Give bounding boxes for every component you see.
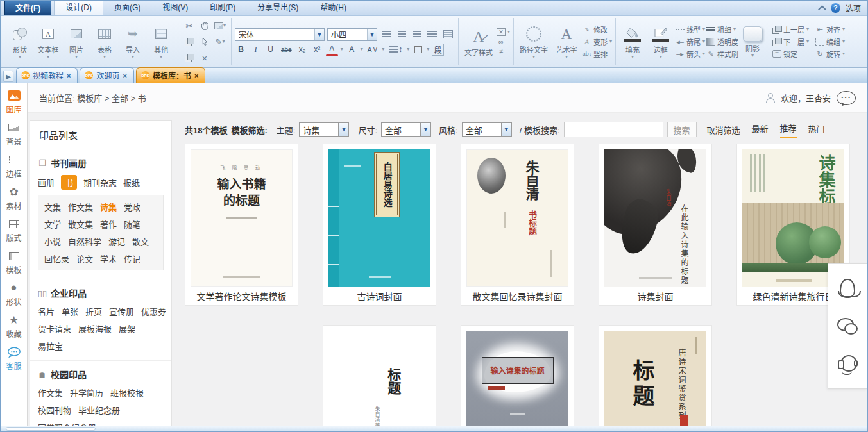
font-size-select[interactable]: 小四 (327, 28, 377, 41)
category-link[interactable]: 文集 (44, 201, 61, 213)
strikethrough-button[interactable]: abe (279, 44, 294, 56)
category-link[interactable]: 小说 (44, 235, 61, 247)
group-button[interactable]: 编组 (815, 37, 845, 47)
text-wrap-button[interactable]: ✕ (497, 28, 510, 36)
menu-design[interactable]: 设计(D) (54, 0, 103, 15)
pan-hand-button[interactable] (198, 20, 211, 31)
search-button[interactable]: 搜索 (667, 122, 697, 137)
horizontal-scrollbar[interactable] (1, 426, 867, 431)
fill-button[interactable]: 填充 (619, 24, 646, 59)
rail-item-gallery[interactable]: 图库 (1, 88, 27, 115)
sidebar-expand-icon[interactable]: ▶ (3, 71, 13, 82)
rail-item-background[interactable]: 背景 (1, 120, 27, 147)
style-select[interactable]: 全部 (462, 122, 512, 137)
arrow-tail-button[interactable]: ◂–箭尾 (676, 37, 705, 47)
menu-file[interactable]: 文件(F) (4, 0, 51, 15)
category-link[interactable]: 易拉宝 (38, 340, 63, 352)
category-link[interactable]: 宣传册 (109, 305, 134, 317)
template-card-title-calligraphy[interactable]: 标题 朱自清 著 (323, 325, 436, 432)
arrow-head-button[interactable]: –▸箭头 (676, 49, 705, 59)
sort-recommended[interactable]: 推荐 (780, 122, 797, 138)
insert-table-button[interactable]: 表格 (91, 24, 118, 59)
border-button[interactable]: 边框 (647, 24, 674, 59)
cut-button[interactable]: ✂ (183, 20, 196, 31)
cancel-filter-button[interactable]: 取消筛选 (707, 124, 740, 136)
category-link[interactable]: 展架 (119, 322, 135, 335)
send-backward-button[interactable]: 下一层 (772, 37, 809, 47)
category-link[interactable]: 论文 (76, 253, 93, 265)
line-weight-button[interactable]: 粗细 (706, 24, 738, 35)
options-button[interactable]: 选项 (846, 3, 861, 13)
help-icon[interactable]: ? (831, 3, 840, 13)
rotate-button[interactable]: ↻旋转 (815, 49, 845, 59)
shadow-button[interactable]: 阴影 (740, 26, 765, 58)
category-link[interactable]: 优惠券 (141, 305, 166, 317)
paragraph-button[interactable]: 段 (432, 44, 444, 56)
insert-picture-button[interactable]: 图片 (63, 24, 90, 59)
category-link-active[interactable]: 诗集 (100, 201, 117, 213)
category-link[interactable]: 展板海报 (78, 322, 112, 335)
collapse-ribbon-icon[interactable] (818, 6, 826, 11)
italic-button[interactable]: I (250, 44, 262, 56)
style-brush-button[interactable]: ✎样式刷 (706, 49, 738, 59)
category-link[interactable]: 散文 (132, 235, 149, 247)
category-link[interactable]: 折页 (85, 305, 102, 317)
paste-button[interactable] (183, 52, 196, 63)
subscript-button[interactable]: x₂ (296, 44, 309, 56)
letter-spacing-button[interactable]: A V (366, 44, 380, 56)
category-link[interactable]: 班报校报 (110, 386, 144, 399)
category-link[interactable]: 学术 (100, 253, 117, 265)
line-type-button[interactable]: 线型 (676, 24, 705, 35)
tab-video-tutorial[interactable]: DPS 视频教程 × (16, 67, 78, 83)
category-link[interactable]: 游记 (108, 235, 125, 247)
template-card-poetry-horse[interactable]: 朱自清 在此输入诗集的标题 诗集封面 (599, 144, 712, 306)
scrollbar-thumb[interactable] (6, 427, 96, 431)
category-link[interactable]: 文学 (44, 218, 61, 230)
category-link[interactable]: 作文集 (68, 201, 93, 213)
category-link[interactable]: 校园刊物 (38, 404, 71, 416)
replace-picture-button[interactable] (214, 20, 226, 31)
columns-button[interactable] (412, 44, 424, 56)
link-frames-button[interactable]: ∞ (497, 38, 510, 46)
menu-view[interactable]: 视图(V) (151, 0, 199, 15)
template-card-literary[interactable]: 飞 鸣 灵 动 输入书籍 的标题 文学著作论文诗集模板 (185, 144, 298, 306)
line-spacing-button[interactable]: ↕ (387, 44, 404, 56)
unlink-frames-button[interactable]: ≠ (497, 47, 510, 55)
tab-album[interactable]: 画册 (38, 176, 55, 188)
template-card-ancient-poetry[interactable]: 白居易诗选 古诗词封面 (323, 144, 436, 306)
category-link[interactable]: 随笔 (124, 218, 140, 230)
align-center-button[interactable] (396, 28, 408, 40)
wordart-button[interactable]: A 艺术字 (552, 24, 581, 59)
transform-button[interactable]: A变形 (583, 37, 612, 47)
rail-item-shapes[interactable]: ● 形状 (1, 281, 27, 307)
template-card-gray-splash[interactable]: 输入诗集的标题 (461, 325, 574, 432)
char-border-button[interactable]: A (346, 44, 358, 56)
insert-other-button[interactable]: 其他 (148, 24, 174, 59)
align-left-button[interactable] (380, 28, 393, 40)
tab-newspaper[interactable]: 报纸 (123, 176, 140, 188)
select-cursor-button[interactable] (198, 36, 211, 47)
tab-template-library-book[interactable]: DPS 模板库：书 × (136, 67, 205, 83)
delete-button[interactable]: × (198, 52, 211, 63)
superscript-button[interactable]: x² (311, 44, 323, 56)
category-link[interactable]: 自然科学 (68, 235, 101, 247)
menu-help[interactable]: 帮助(H) (309, 0, 357, 15)
rail-item-border[interactable]: 边框 (1, 153, 27, 179)
tab-magazine[interactable]: 期刊杂志 (83, 176, 117, 188)
category-link[interactable]: 回忆录 (44, 253, 69, 265)
rail-item-template[interactable]: 模板 (1, 249, 27, 275)
qq-contact-button[interactable] (837, 278, 858, 299)
bring-forward-button[interactable]: 上一层 (772, 24, 809, 35)
rail-item-layout[interactable]: 版式 (1, 217, 27, 243)
font-color-button[interactable]: A (326, 44, 338, 56)
service-hotline-button[interactable] (837, 353, 858, 375)
template-card-tang-song[interactable]: 唐诗宋词鉴赏系列 标题 (599, 325, 712, 432)
path-text-button[interactable]: 路径文字 (517, 24, 550, 59)
size-select[interactable]: 全部 (381, 122, 431, 137)
align-right-button[interactable] (411, 28, 423, 40)
underline-button[interactable]: U (264, 44, 277, 56)
align-justify-button[interactable] (425, 28, 439, 40)
opacity-button[interactable]: 透明度 (706, 37, 738, 47)
close-tab-icon[interactable]: × (67, 72, 71, 79)
category-link[interactable]: 贺卡请柬 (38, 322, 71, 335)
